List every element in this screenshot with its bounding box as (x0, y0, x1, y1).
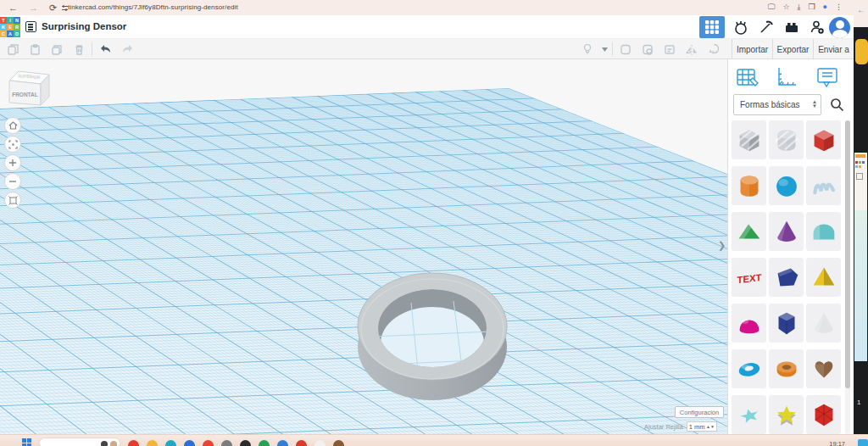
sim-lab-icon[interactable] (732, 18, 750, 36)
view-cube[interactable]: SUPERIOR FRONTAL (5, 66, 53, 110)
shape-cylinder[interactable] (732, 166, 766, 205)
windows-start-button[interactable] (22, 438, 31, 446)
strip-thumbnail-top (854, 153, 867, 210)
delete-icon[interactable] (68, 39, 90, 59)
shape-roof[interactable] (732, 212, 766, 251)
shape-workplane[interactable] (732, 120, 766, 159)
taskbar-app-alert-red[interactable] (128, 440, 139, 446)
ring-object[interactable] (348, 265, 517, 409)
show-shape-icon[interactable] (615, 39, 637, 59)
forward-icon[interactable]: → (29, 3, 38, 13)
collapse-panel-chevron[interactable]: ❯ (718, 240, 726, 255)
mirror-icon[interactable] (681, 39, 703, 59)
export-button[interactable]: Exportar (772, 39, 813, 59)
paste-icon[interactable] (24, 39, 46, 59)
redo-icon[interactable] (116, 39, 138, 59)
editor-toolbar: Importar Exportar Enviar a (0, 39, 854, 59)
download-icon[interactable]: ⤓ (798, 3, 801, 12)
align-icon[interactable] (659, 39, 681, 59)
secondary-screen-strip: ← 1 (854, 0, 868, 446)
home-view-button[interactable] (4, 117, 21, 134)
hide-shape-icon[interactable] (637, 39, 659, 59)
taskbar-app-files-yellow[interactable] (147, 440, 158, 446)
shape-pyramid[interactable] (806, 258, 841, 297)
snap-grid-label: Ajustar Rejilla (644, 423, 683, 431)
send-to-device-icon[interactable]: 🖵 (768, 3, 776, 12)
shape-box[interactable] (806, 120, 841, 159)
invite-person-icon[interactable] (808, 18, 826, 36)
reload-icon[interactable]: ⟳ (49, 3, 57, 14)
shape-star[interactable] (732, 395, 766, 434)
shapes-sidebar: Formas básicas ▲▼ TEXT (727, 59, 853, 438)
notes-sketch-icon[interactable] (815, 66, 839, 88)
tinkercad-logo[interactable]: TINKERCAD (0, 17, 20, 37)
import-button[interactable]: Importar (732, 39, 772, 59)
shape-paraboloid[interactable] (732, 304, 766, 343)
workplane-sketch-icon[interactable] (736, 66, 760, 88)
sidebar-scrollbar-thumb[interactable] (845, 120, 850, 388)
copy-icon[interactable] (2, 39, 24, 59)
shape-heart[interactable] (806, 349, 841, 388)
shape-torus[interactable] (732, 349, 766, 388)
taskbar-app-blue-app[interactable] (184, 440, 195, 446)
shape-transparent-cylinder[interactable] (769, 120, 804, 159)
shape-icosahedron[interactable] (806, 395, 841, 434)
taskbar-app-chrome[interactable] (203, 440, 214, 446)
taskbar-app-blue-window-app[interactable] (277, 440, 288, 446)
taskbar-app-green-ring-app[interactable] (259, 440, 270, 446)
picture-in-picture-icon[interactable]: ❒ (808, 3, 815, 12)
shape-truncated-cone[interactable] (806, 304, 841, 343)
windows-taskbar: 19:17 (0, 434, 868, 446)
strip-yellow-icon (855, 39, 868, 64)
taskbar-app-gray-app[interactable] (221, 440, 232, 446)
taskbar-search[interactable] (39, 438, 120, 446)
profile-icon[interactable]: ● (823, 3, 827, 12)
zoom-out-button[interactable] (4, 173, 21, 190)
taskbar-app-red-app[interactable] (296, 440, 307, 446)
shape-sphere[interactable] (769, 166, 804, 205)
taskbar-app-teal-app[interactable] (165, 440, 176, 446)
design-title[interactable]: Surprising Densor (42, 21, 126, 31)
tools-pickaxe-icon[interactable] (757, 18, 776, 36)
bricks-icon[interactable] (782, 18, 801, 36)
shape-polygon[interactable] (769, 258, 804, 297)
fit-view-button[interactable] (4, 136, 21, 153)
strip-thumbnail (854, 210, 867, 361)
shape-hexagonal-prism[interactable] (769, 304, 804, 343)
svg-text:FRONTAL: FRONTAL (12, 92, 38, 98)
design-menu-icon[interactable] (25, 21, 36, 32)
settings-button[interactable]: Configuración (675, 406, 724, 418)
shape-tube[interactable] (769, 349, 804, 388)
browser-chrome: ← → ⟳ tinkercad.com/things/7Jlf6y8Dftn-s… (0, 0, 868, 15)
viewport-3d[interactable]: SUPERIOR FRONTAL Configuración Ajustar R… (0, 59, 727, 438)
taskbar-app-white-red-app[interactable] (314, 440, 326, 446)
duplicate-icon[interactable] (46, 39, 68, 59)
snap-grid-dropdown[interactable]: 1 mm▲▼ (687, 421, 717, 432)
strip-back-arrow: ← (857, 5, 865, 14)
back-icon[interactable]: ← (8, 3, 18, 13)
shape-round-roof[interactable] (806, 212, 841, 251)
ruler-loop-icon[interactable] (703, 39, 725, 59)
dashboard-grid-button[interactable] (699, 16, 725, 38)
shape-category-dropdown[interactable]: Formas básicas ▲▼ (733, 94, 821, 115)
shape-text[interactable]: TEXT (732, 258, 766, 297)
taskbar-corner-icon[interactable] (858, 439, 868, 446)
taskbar-app-brown-app[interactable] (333, 440, 344, 446)
svg-text:TEXT: TEXT (737, 272, 761, 285)
zoom-in-button[interactable] (4, 154, 21, 171)
bookmark-star-icon[interactable]: ☆ (782, 3, 789, 12)
menu-dots-icon[interactable]: ⋮ (835, 3, 843, 12)
url-text[interactable]: tinkercad.com/things/7Jlf6y8Dftn-surpris… (68, 3, 238, 11)
send-to-button[interactable]: Enviar a (813, 39, 854, 59)
account-avatar[interactable] (829, 17, 850, 38)
bulb-dropdown-caret[interactable] (598, 39, 610, 59)
search-icon[interactable] (830, 98, 844, 112)
light-bulb-icon[interactable] (576, 39, 598, 59)
taskbar-app-dark-app[interactable] (240, 440, 251, 446)
shape-thick-star[interactable] (769, 395, 804, 434)
perspective-toggle-button[interactable] (4, 192, 21, 209)
ruler-sketch-icon[interactable] (776, 66, 799, 88)
shape-scribble[interactable] (806, 166, 841, 205)
undo-icon[interactable] (94, 39, 116, 59)
shape-cone[interactable] (769, 212, 804, 251)
